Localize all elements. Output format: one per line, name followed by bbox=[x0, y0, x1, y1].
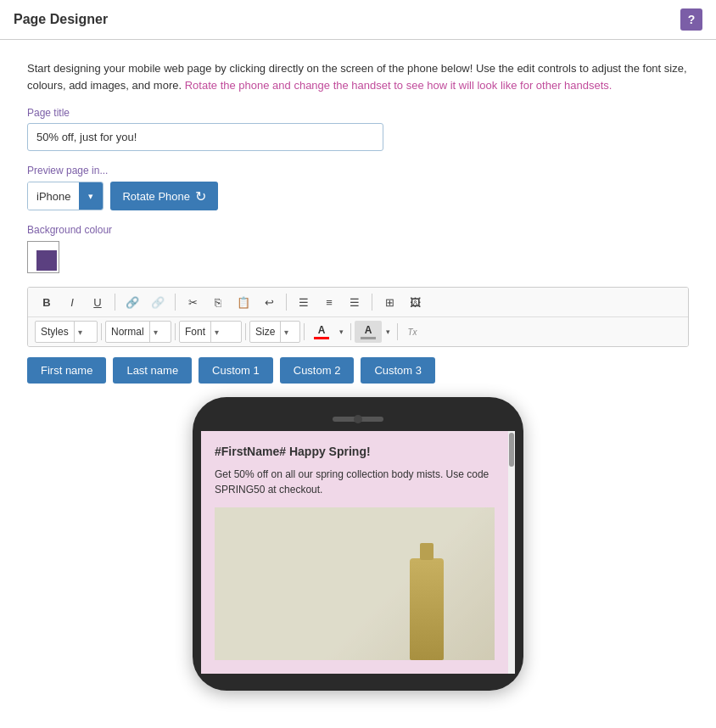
font-arrow-icon: ▾ bbox=[210, 322, 222, 342]
toolbar-separator-5 bbox=[101, 323, 102, 340]
phone-image-placeholder bbox=[215, 507, 495, 660]
align-center-button[interactable]: ≡ bbox=[317, 291, 341, 313]
font-color-button[interactable]: A bbox=[308, 321, 335, 343]
preview-section: Preview page in... iPhone ▾ Rotate Phone… bbox=[27, 165, 689, 210]
size-arrow-icon: ▾ bbox=[280, 322, 292, 342]
page-title: Page Designer bbox=[14, 12, 108, 27]
iphone-dropdown[interactable]: iPhone ▾ bbox=[27, 182, 103, 210]
intro-link-rotate: Rotate the phone and change the handset … bbox=[185, 79, 613, 92]
image-button[interactable]: 🖼 bbox=[403, 291, 427, 313]
phone-screen-inner: #FirstName# Happy Spring! Get 50% off on… bbox=[201, 431, 515, 674]
phone-bottle-top bbox=[420, 543, 434, 560]
toolbar-separator-4 bbox=[372, 294, 372, 311]
merge-tags-row: First name Last name Custom 1 Custom 2 C… bbox=[27, 357, 689, 384]
intro-text: Start designing your mobile web page by … bbox=[27, 60, 689, 93]
toolbar-row2: Styles ▾ Normal ▾ Font ▾ Size bbox=[28, 317, 688, 346]
shadow-overlay bbox=[215, 507, 495, 660]
iphone-text: iPhone bbox=[28, 182, 79, 210]
phone-screen: #FirstName# Happy Spring! Get 50% off on… bbox=[201, 431, 515, 674]
normal-arrow-icon: ▾ bbox=[149, 322, 161, 342]
merge-tag-custom2[interactable]: Custom 2 bbox=[280, 357, 355, 384]
preview-controls: iPhone ▾ Rotate Phone ↻ bbox=[27, 182, 689, 210]
bg-color-underline bbox=[361, 337, 376, 339]
phone-heading: #FirstName# Happy Spring! bbox=[215, 445, 495, 458]
bg-color-caret[interactable]: ▾ bbox=[382, 321, 394, 343]
phone-top bbox=[201, 407, 515, 431]
italic-button[interactable]: I bbox=[60, 291, 84, 313]
link-button[interactable]: 🔗 bbox=[120, 291, 144, 313]
rotate-icon: ↻ bbox=[195, 188, 206, 204]
font-label: Font bbox=[180, 326, 210, 338]
bg-colour-section: Background colour bbox=[27, 224, 689, 273]
bg-colour-swatch[interactable] bbox=[27, 241, 59, 273]
normal-label: Normal bbox=[106, 326, 149, 338]
phone-frame: #FirstName# Happy Spring! Get 50% off on… bbox=[193, 397, 523, 691]
clear-format-button[interactable]: Tx bbox=[401, 321, 423, 343]
styles-arrow-icon: ▾ bbox=[74, 322, 86, 342]
title-bar: Page Designer ? bbox=[0, 0, 716, 40]
toolbar-row1: B I U 🔗 🔗 ✂ ⎘ 📋 ↩ ☰ ≡ ☰ ⊞ 🖼 bbox=[28, 288, 688, 317]
merge-tag-lastname[interactable]: Last name bbox=[113, 357, 192, 384]
phone-content-bg: #FirstName# Happy Spring! Get 50% off on… bbox=[201, 431, 508, 674]
toolbar-separator-7 bbox=[245, 323, 246, 340]
page-title-input[interactable] bbox=[27, 123, 383, 151]
toolbar-separator-6 bbox=[175, 323, 176, 340]
toolbar-separator-10 bbox=[397, 323, 398, 340]
font-dropdown[interactable]: Font ▾ bbox=[179, 321, 242, 343]
rotate-phone-button[interactable]: Rotate Phone ↻ bbox=[110, 182, 218, 210]
merge-tag-firstname[interactable]: First name bbox=[27, 357, 106, 384]
bg-colour-label: Background colour bbox=[27, 224, 689, 236]
phone-bottle bbox=[410, 558, 444, 660]
styles-label: Styles bbox=[36, 326, 74, 338]
toolbar: B I U 🔗 🔗 ✂ ⎘ 📋 ↩ ☰ ≡ ☰ ⊞ 🖼 bbox=[27, 287, 689, 347]
merge-tag-custom3[interactable]: Custom 3 bbox=[361, 357, 435, 384]
main-content: Start designing your mobile web page by … bbox=[0, 40, 716, 711]
phone-body-text: Get 50% off on all our spring collection… bbox=[215, 467, 495, 497]
font-color-caret[interactable]: ▾ bbox=[335, 321, 347, 343]
toolbar-separator-8 bbox=[304, 323, 305, 340]
paste-button[interactable]: 📋 bbox=[232, 291, 255, 313]
align-right-button[interactable]: ☰ bbox=[343, 291, 366, 313]
underline-button[interactable]: U bbox=[86, 291, 109, 313]
bg-color-button[interactable]: A bbox=[355, 321, 382, 343]
cut-button[interactable]: ✂ bbox=[181, 291, 204, 313]
phone-scrollbar-thumb bbox=[509, 433, 514, 467]
styles-dropdown[interactable]: Styles ▾ bbox=[35, 321, 98, 343]
help-button[interactable]: ? bbox=[680, 8, 702, 31]
table-button[interactable]: ⊞ bbox=[378, 291, 401, 313]
normal-dropdown[interactable]: Normal ▾ bbox=[105, 321, 171, 343]
preview-label: Preview page in... bbox=[27, 165, 689, 176]
bg-color-label: A bbox=[365, 324, 372, 336]
size-label: Size bbox=[250, 326, 280, 338]
toolbar-separator-2 bbox=[175, 294, 176, 311]
font-color-label: A bbox=[318, 324, 326, 336]
phone-scrollbar[interactable] bbox=[508, 431, 515, 674]
toolbar-separator-9 bbox=[350, 323, 351, 340]
phone-preview: #FirstName# Happy Spring! Get 50% off on… bbox=[27, 397, 689, 691]
size-dropdown[interactable]: Size ▾ bbox=[249, 321, 300, 343]
toolbar-separator-1 bbox=[115, 294, 115, 311]
phone-camera bbox=[354, 415, 362, 423]
toolbar-separator-3 bbox=[286, 294, 287, 311]
copy-button[interactable]: ⎘ bbox=[206, 291, 230, 313]
merge-tag-custom1[interactable]: Custom 1 bbox=[199, 357, 273, 384]
page-title-label: Page title bbox=[27, 107, 689, 119]
colour-swatch-inner bbox=[36, 250, 57, 271]
rotate-label: Rotate Phone bbox=[122, 190, 190, 203]
phone-content: #FirstName# Happy Spring! Get 50% off on… bbox=[201, 431, 508, 674]
align-left-button[interactable]: ☰ bbox=[292, 291, 316, 313]
unlink-button[interactable]: 🔗 bbox=[146, 291, 170, 313]
bold-button[interactable]: B bbox=[35, 291, 59, 313]
font-color-underline bbox=[314, 337, 329, 339]
iphone-caret-icon[interactable]: ▾ bbox=[79, 182, 103, 210]
undo-button[interactable]: ↩ bbox=[257, 291, 281, 313]
